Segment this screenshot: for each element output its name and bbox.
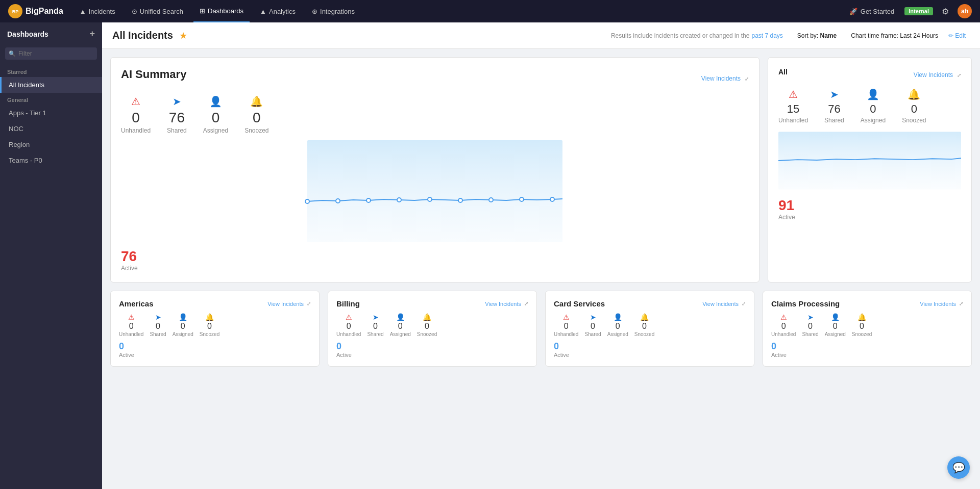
bell-icon: 🔔: [250, 95, 263, 108]
ai-summary-chart: [121, 140, 749, 244]
share-icon-card-services: ➤: [590, 313, 596, 321]
warning-icon: ⚠: [131, 95, 140, 108]
all-snoozed-label: Snoozed: [902, 117, 926, 124]
ai-summary-view-incidents[interactable]: View Incidents: [701, 75, 741, 82]
card-stats-claims-processing: ⚠ 0 Unhandled ➤ 0 Shared 👤 0 Assigned 🔔 …: [771, 313, 963, 337]
settings-button[interactable]: ⚙: [937, 3, 953, 19]
all-assigned-label: Assigned: [861, 117, 886, 124]
integrations-nav-icon: ⊛: [312, 8, 317, 15]
card-billing: Billing View Incidents ⤢ ⚠ 0 Unhandled ➤…: [328, 291, 537, 367]
all-panel-chart: [778, 130, 961, 193]
unhandled-label: Unhandled: [121, 127, 151, 134]
nav-analytics[interactable]: ▲ Analytics: [254, 0, 302, 22]
user-avatar[interactable]: ah: [958, 4, 972, 18]
card-stats-card-services: ⚠ 0 Unhandled ➤ 0 Shared 👤 0 Assigned 🔔 …: [554, 313, 746, 337]
sidebar-item-region[interactable]: Region: [0, 137, 102, 152]
all-stat-snoozed: 🔔 0 Snoozed: [902, 88, 926, 124]
view-incidents-americas[interactable]: View Incidents: [267, 301, 304, 307]
warning-icon-americas: ⚠: [128, 313, 135, 321]
rocket-icon: 🚀: [849, 8, 857, 15]
stat-snoozed-card-services: 🔔 0 Snoozed: [634, 313, 654, 337]
all-active-label: Active: [778, 214, 961, 221]
sidebar-item-teams-p0[interactable]: Teams - P0: [0, 152, 102, 168]
stat-unhandled-claims-processing: ⚠ 0 Unhandled: [771, 313, 796, 337]
expand-card-services[interactable]: ⤢: [742, 301, 746, 306]
card-header-americas: Americas View Incidents ⤢: [119, 299, 311, 308]
filter-search-icon: 🔍: [9, 50, 16, 57]
all-person-icon: 👤: [867, 88, 879, 100]
all-share-icon: ➤: [830, 88, 839, 100]
svg-point-4: [336, 199, 340, 203]
sidebar-filter[interactable]: 🔍: [5, 47, 97, 60]
nav-unified-search[interactable]: ⊙ Unified Search: [126, 0, 189, 22]
starred-section-label: Starred: [0, 65, 102, 77]
sidebar: Dashboards + 🔍 Starred All Incidents Gen…: [0, 22, 102, 489]
get-started-button[interactable]: 🚀 Get Started: [843, 8, 900, 15]
svg-point-10: [520, 197, 524, 201]
all-panel-stats: ⚠ 15 Unhandled ➤ 76 Shared 👤 0 Assi: [778, 88, 961, 124]
all-unhandled-label: Unhandled: [778, 117, 808, 124]
all-expand-icon[interactable]: ⤢: [957, 72, 961, 78]
all-panel-title: All: [778, 68, 788, 76]
svg-rect-2: [307, 140, 562, 242]
stat-snoozed-billing: 🔔 0 Snoozed: [417, 313, 437, 337]
stat-unhandled-americas: ⚠ 0 Unhandled: [119, 313, 143, 337]
stat-assigned-claims-processing: 👤 0 Assigned: [825, 313, 846, 337]
all-stat-shared: ➤ 76 Shared: [824, 88, 844, 124]
dashboards-nav-icon: ⊞: [200, 7, 205, 15]
person-icon-billing: 👤: [396, 313, 405, 321]
nav-dashboards[interactable]: ⊞ Dashboards: [193, 0, 250, 22]
card-header-claims-processing: Claims Processing View Incidents ⤢: [771, 299, 963, 308]
sidebar-filter-input[interactable]: [5, 47, 97, 60]
svg-point-6: [397, 198, 401, 202]
ai-summary-expand-icon[interactable]: ⤢: [745, 76, 749, 82]
all-stat-unhandled: ⚠ 15 Unhandled: [778, 88, 808, 124]
nav-integrations[interactable]: ⊛ Integrations: [306, 0, 361, 22]
all-active-value: 91: [778, 197, 961, 214]
stat-unhandled-billing: ⚠ 0 Unhandled: [336, 313, 361, 337]
all-shared-label: Shared: [824, 117, 844, 124]
card-active-claims-processing: 0 Active: [771, 341, 963, 358]
warning-icon-claims-processing: ⚠: [780, 313, 787, 321]
share-icon-claims-processing: ➤: [807, 313, 814, 321]
dashboard-content: AI Summary View Incidents ⤢ ⚠ 0 Unhandle…: [102, 49, 980, 375]
svg-rect-12: [778, 132, 961, 189]
nav-incidents[interactable]: ▲ Incidents: [74, 0, 121, 22]
card-title-billing: Billing: [336, 299, 360, 308]
all-snoozed-value: 0: [911, 102, 917, 116]
ai-summary-header: AI Summary View Incidents ⤢: [121, 68, 749, 89]
sidebar-add-button[interactable]: +: [89, 29, 95, 39]
sidebar-title: Dashboards: [7, 30, 48, 38]
stat-assigned-americas: 👤 0 Assigned: [173, 313, 193, 337]
expand-americas[interactable]: ⤢: [307, 301, 311, 306]
shared-label: Shared: [167, 127, 187, 134]
stat-shared-card-services: ➤ 0 Shared: [584, 313, 601, 337]
edit-button[interactable]: ✏ Edit: [944, 30, 970, 41]
all-view-incidents[interactable]: View Incidents: [914, 71, 953, 79]
stat-shared-billing: ➤ 0 Shared: [367, 313, 383, 337]
card-title-card-services: Card Services: [554, 299, 605, 308]
stat-snoozed-claims-processing: 🔔 0 Snoozed: [852, 313, 872, 337]
sidebar-item-label: NOC: [9, 125, 23, 133]
sidebar-item-all-incidents[interactable]: All Incidents: [0, 77, 102, 93]
view-incidents-claims-processing[interactable]: View Incidents: [920, 301, 956, 307]
all-panel-card: All View Incidents ⤢ ⚠ 15 Unhandled: [768, 57, 972, 282]
top-row: AI Summary View Incidents ⤢ ⚠ 0 Unhandle…: [110, 57, 972, 282]
share-icon-americas: ➤: [155, 313, 161, 321]
card-active-card-services: 0 Active: [554, 341, 746, 358]
sidebar-item-noc[interactable]: NOC: [0, 121, 102, 137]
sidebar-item-apps-tier-1[interactable]: Apps - Tier 1: [0, 105, 102, 121]
expand-claims-processing[interactable]: ⤢: [959, 301, 963, 306]
assigned-label: Assigned: [203, 127, 228, 134]
internal-badge: Internal: [904, 7, 933, 15]
stat-unhandled: ⚠ 0 Unhandled: [121, 95, 151, 134]
unhandled-value: 0: [132, 110, 140, 126]
expand-billing[interactable]: ⤢: [524, 301, 528, 306]
view-incidents-billing[interactable]: View Incidents: [485, 301, 521, 307]
person-icon-americas: 👤: [179, 313, 187, 321]
star-icon[interactable]: ★: [179, 30, 187, 41]
app-logo[interactable]: BP BigPanda: [8, 4, 63, 18]
stat-assigned: 👤 0 Assigned: [203, 95, 228, 134]
view-incidents-card-services[interactable]: View Incidents: [702, 301, 739, 307]
chat-button[interactable]: 💬: [947, 456, 970, 479]
